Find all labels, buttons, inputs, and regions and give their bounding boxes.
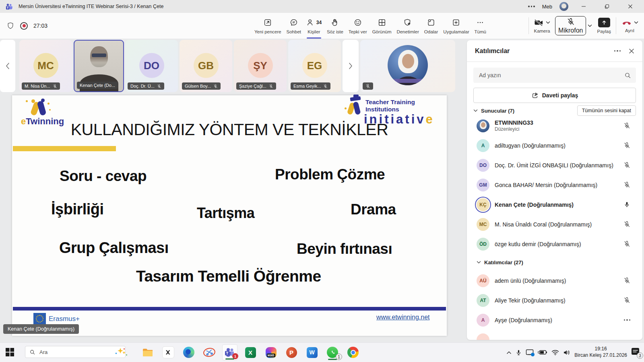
chrome-icon[interactable] (345, 344, 361, 360)
participant-row[interactable]: A Ayşe (Doğrulanmamış) (467, 310, 642, 330)
mic-off-icon[interactable] (623, 297, 630, 304)
slide-footer-bar (13, 307, 446, 311)
leave-button[interactable]: Ayrıl (621, 19, 638, 33)
tray-expand-icon[interactable] (506, 351, 512, 354)
mic-chevron-icon[interactable] (588, 24, 592, 27)
close-button[interactable] (622, 0, 638, 13)
toolbar-separator (616, 17, 616, 34)
panel-close-icon[interactable] (629, 48, 634, 54)
taskbar-clock[interactable]: 19:16 Bircan Keleş 27.01.2026 (574, 346, 627, 358)
video-tile[interactable]: ŞY Şaziye Çağl... (234, 40, 287, 92)
edge-browser-icon[interactable] (181, 344, 196, 360)
tile-initials: EG (302, 53, 327, 78)
video-tile[interactable]: MC M. Nisa Ün... (19, 40, 72, 92)
file-explorer-icon[interactable] (140, 344, 155, 360)
toolbar-button-rooms[interactable]: Odalar (423, 13, 439, 39)
scissors-app-icon[interactable] (202, 344, 217, 360)
presenters-section-header[interactable]: Sunucular (7) Tümünün sesini kapat (473, 105, 636, 117)
participant-row[interactable]: MC M. Nisa Ünaldı Coral (Doğrulanmamış) (467, 214, 642, 234)
participant-search-input[interactable] (478, 72, 624, 79)
muted-indicator (363, 82, 373, 90)
microphone-button[interactable]: Mikrofon (555, 16, 586, 35)
account-name[interactable]: Meb (542, 4, 552, 10)
tray-wifi-icon[interactable] (551, 350, 559, 356)
share-button[interactable]: Paylaş (597, 18, 611, 34)
mic-off-icon[interactable] (623, 221, 630, 228)
mic-off-icon[interactable] (623, 122, 630, 129)
participant-row[interactable]: AT Aliye Tekir (Doğrulanmamış) (467, 290, 642, 310)
video-tile[interactable]: GB Gülsen Boy... (180, 40, 232, 92)
notification-center-icon[interactable]: 3 (631, 348, 641, 357)
teams-app-icon[interactable]: 1 (222, 344, 237, 360)
toolbar-button-react[interactable]: Tepki ver (348, 13, 368, 39)
share-invite-button[interactable]: Daveti paylaş (473, 88, 636, 103)
titlebar-more-icon[interactable] (528, 6, 535, 7)
mic-off-icon[interactable] (623, 277, 630, 284)
tray-mic-icon[interactable] (516, 349, 522, 356)
word-icon[interactable]: W (304, 344, 320, 360)
method-item: Drama (351, 201, 396, 218)
recording-indicator (20, 22, 28, 30)
participant-row[interactable]: AÜ adem ünlü (Doğrulanmamış) (467, 271, 642, 290)
toolbar-button-more[interactable]: Tümü (474, 13, 487, 39)
mic-off-icon[interactable] (623, 162, 630, 169)
participant-row-speaking[interactable]: KÇ Kenan Çete (Doğrulanmamış) (467, 195, 642, 214)
mic-on-icon[interactable] (623, 201, 630, 208)
teams-app-icon (6, 3, 13, 10)
toolbar-button-chat[interactable]: Sohbet (286, 13, 302, 39)
participant-row-partial[interactable] (467, 330, 642, 340)
mic-off-icon (365, 84, 370, 88)
account-avatar[interactable] (559, 2, 568, 11)
tile-initials: ŞY (248, 53, 273, 78)
participant-row[interactable]: ÖD özge kutlu demir (Doğrulanmamış) (467, 234, 642, 254)
toolbar-separator (528, 17, 529, 34)
method-item: Grup Çalışması (59, 239, 169, 257)
mic-off-icon[interactable] (623, 241, 630, 247)
participant-search[interactable] (473, 68, 636, 83)
start-button[interactable] (6, 348, 14, 356)
toolbar-button-apps[interactable]: Uygulamalar (442, 13, 470, 39)
toolbar-button-view[interactable]: Görünüm (372, 13, 392, 39)
toolbar-button-people[interactable]: 34 Kişiler (305, 13, 322, 39)
powerpoint-icon[interactable]: P (284, 344, 299, 360)
video-tile[interactable]: DO Doç. Dr. Ü... (125, 40, 178, 92)
mute-all-button[interactable]: Tümünün sesini kapat (577, 105, 636, 116)
mic-off-icon[interactable] (623, 142, 630, 149)
capcut-icon[interactable] (161, 344, 176, 360)
filmstrip-scroll-right-button[interactable] (343, 40, 359, 92)
method-item: İşbirliği (51, 201, 104, 218)
taskbar-search[interactable] (25, 346, 126, 358)
participant-row[interactable]: ETWINNING33Düzenleyici (467, 116, 642, 136)
toolbar-button-controls[interactable]: Denetimler (396, 13, 420, 39)
etwinning-website-link[interactable]: www.etwinning.net (376, 314, 430, 321)
filmstrip-scroll-left-button[interactable] (0, 40, 15, 92)
toolbar-button-raise-hand[interactable]: Söz iste (326, 13, 344, 39)
search-icon (29, 349, 35, 355)
camera-chevron-icon[interactable] (546, 21, 550, 24)
panel-title: Katılımcılar (475, 47, 614, 55)
whatsapp-icon[interactable]: 1 (325, 344, 340, 360)
m365-copilot-icon[interactable]: M365 (263, 344, 279, 360)
maximize-button[interactable] (599, 0, 615, 13)
participant-row[interactable]: GM Gonca BAHAR/ Mersin (Doğrulanmamış) (467, 175, 642, 195)
tray-volume-icon[interactable] (563, 350, 570, 356)
video-tile-active-speaker[interactable]: Kenan Çete (Do... (74, 40, 124, 92)
chevron-down-icon[interactable] (477, 261, 481, 264)
toolbar-button-new-window[interactable]: Yeni pencere (254, 13, 282, 39)
taskbar-search-input[interactable] (39, 349, 111, 356)
excel-icon[interactable]: X (243, 344, 258, 360)
leave-chevron-icon[interactable] (634, 21, 638, 24)
attendees-section-header[interactable]: Katılımcılar (27) (467, 254, 642, 271)
row-more-icon[interactable] (624, 319, 631, 321)
participant-row[interactable]: DO Doç. Dr. Ümit İZGİ ONBAŞILI (Doğrulan… (467, 155, 642, 175)
mic-off-icon[interactable] (623, 181, 630, 188)
video-tile[interactable]: EG Esma Geyik... (288, 40, 341, 92)
camera-button[interactable]: Kamera (534, 18, 550, 33)
video-tile-presenter[interactable] (360, 40, 455, 92)
chevron-down-icon[interactable] (473, 109, 478, 112)
participant-row[interactable]: A adiltugyan (Doğrulanmamış) (467, 136, 642, 155)
method-item: Soru - cevap (60, 168, 147, 185)
minimize-button[interactable] (576, 0, 592, 13)
tray-cast-icon[interactable] (526, 349, 534, 356)
panel-more-icon[interactable] (614, 50, 621, 52)
